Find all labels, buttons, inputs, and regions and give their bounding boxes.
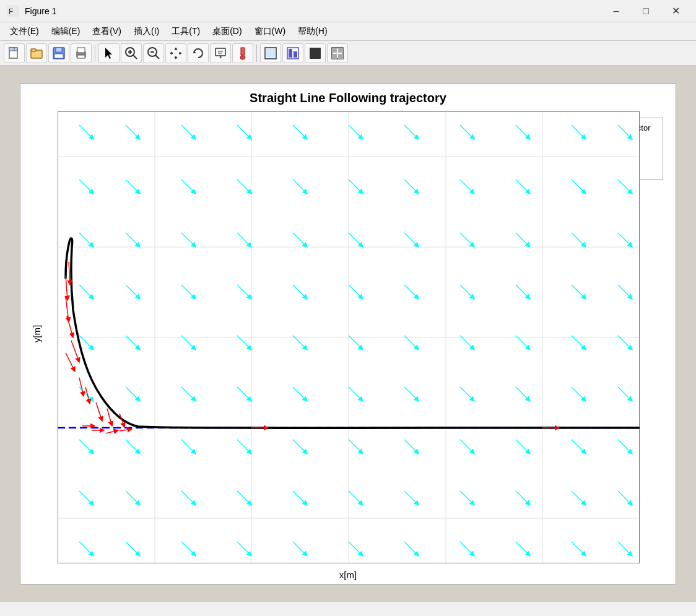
- svg-text:F: F: [9, 7, 13, 16]
- svg-rect-37: [332, 54, 337, 59]
- menu-file[interactable]: 文件(E): [5, 25, 44, 38]
- menu-view[interactable]: 查看(V): [87, 25, 126, 38]
- app-icon: F: [6, 4, 20, 18]
- figure-area: Straight Line Following trajectory y[m] …: [0, 66, 696, 601]
- window-title: Figure 1: [25, 6, 602, 16]
- plot-container: Straight Line Following trajectory y[m] …: [20, 83, 676, 584]
- svg-rect-36: [338, 48, 343, 53]
- svg-rect-32: [294, 51, 297, 58]
- svg-line-18: [155, 55, 159, 59]
- svg-rect-3: [9, 48, 14, 51]
- svg-rect-29: [266, 49, 275, 58]
- rotate-button[interactable]: [188, 43, 209, 63]
- svg-rect-25: [241, 48, 245, 55]
- title-bar: F Figure 1 – □ ✕: [0, 0, 696, 22]
- svg-marker-12: [105, 48, 112, 59]
- plot-title: Straight Line Following trajectory: [20, 84, 676, 109]
- save-button[interactable]: [48, 43, 69, 63]
- svg-rect-33: [310, 48, 321, 59]
- toolbar-sep-2: [256, 45, 257, 62]
- layout-button[interactable]: [327, 43, 348, 63]
- menu-bar: 文件(E) 编辑(E) 查看(V) 插入(I) 工具(T) 桌面(D) 窗口(W…: [0, 22, 696, 41]
- toolbar-sep-1: [95, 45, 95, 62]
- brush-button[interactable]: [232, 43, 253, 63]
- window-controls: – □ ✕: [602, 2, 690, 20]
- minimize-button[interactable]: –: [602, 2, 630, 20]
- y-axis-label: y[m]: [32, 324, 42, 342]
- close-button[interactable]: ✕: [661, 2, 690, 20]
- menu-tools[interactable]: 工具(T): [167, 25, 205, 38]
- pan-button[interactable]: [165, 43, 186, 63]
- toolbar: [0, 41, 696, 66]
- svg-rect-38: [338, 54, 343, 59]
- zoom-out-button[interactable]: [143, 43, 164, 63]
- menu-window[interactable]: 窗口(W): [250, 25, 291, 38]
- svg-rect-8: [54, 54, 63, 58]
- new-button[interactable]: [4, 43, 25, 63]
- x-axis-label: x[m]: [339, 570, 357, 580]
- figure-button[interactable]: [260, 43, 281, 63]
- status-bar: [0, 601, 696, 616]
- plottools-button[interactable]: [282, 43, 303, 63]
- datacursor-button[interactable]: [210, 43, 231, 63]
- plot-svg[interactable]: 150 100 50 0 -50 0 50 100 150 200 250 30…: [58, 111, 640, 563]
- menu-desktop[interactable]: 桌面(D): [207, 25, 246, 38]
- svg-rect-10: [77, 48, 85, 53]
- svg-rect-21: [215, 48, 225, 56]
- svg-rect-5: [31, 49, 36, 51]
- svg-rect-11: [77, 55, 85, 58]
- dark-button[interactable]: [305, 43, 326, 63]
- print-button[interactable]: [71, 43, 92, 63]
- zoom-in-button[interactable]: [121, 43, 142, 63]
- menu-insert[interactable]: 插入(I): [129, 25, 164, 38]
- select-button[interactable]: [98, 43, 120, 63]
- maximize-button[interactable]: □: [632, 2, 660, 20]
- svg-rect-31: [289, 49, 292, 58]
- svg-rect-35: [332, 48, 337, 53]
- open-button[interactable]: [26, 43, 47, 63]
- menu-help[interactable]: 帮助(H): [293, 25, 332, 38]
- menu-edit[interactable]: 编辑(E): [46, 25, 85, 38]
- svg-rect-7: [56, 48, 62, 52]
- svg-line-14: [133, 55, 137, 59]
